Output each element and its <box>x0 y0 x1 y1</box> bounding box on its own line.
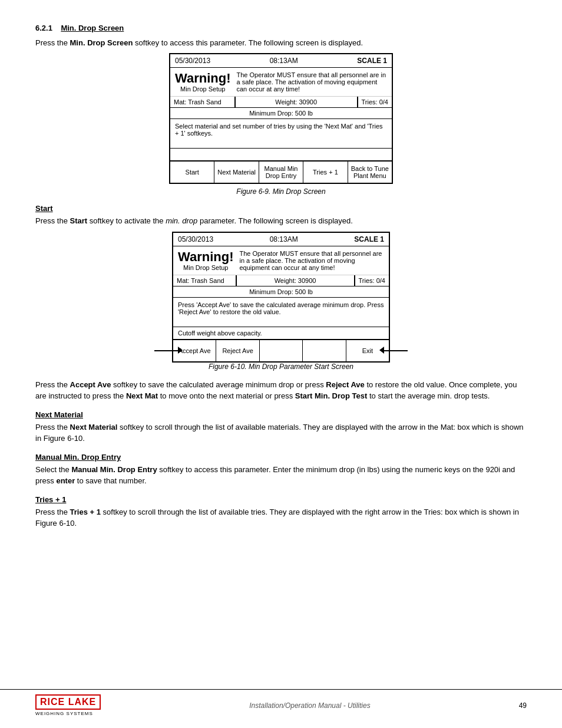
screen1-weight: Weight: 30900 <box>235 97 358 107</box>
screen2-min-drop: Minimum Drop: 500 lb <box>173 286 389 298</box>
screen2-time: 08:13AM <box>270 235 298 243</box>
logo-sub: WEIGHING SYSTEMS <box>35 711 93 716</box>
arrow-left <box>154 347 183 355</box>
screen2-wrapper: 05/30/2013 08:13AM SCALE 1 Warning! Min … <box>151 232 411 363</box>
screen2-mat: Mat: Trash Sand <box>173 275 236 286</box>
screen2-warning-subtitle: Min Drop Setup <box>178 264 234 271</box>
screen1-softkey-next-material[interactable]: Next Material <box>214 162 259 183</box>
screen2-warning-row: Warning! Min Drop Setup The Operator MUS… <box>173 246 389 275</box>
screen1-time: 08:13AM <box>270 57 298 65</box>
screen1-softkey-start[interactable]: Start <box>170 162 214 183</box>
arrow-right <box>379 347 408 355</box>
screen1-warning-subtitle: Min Drop Setup <box>175 85 231 93</box>
screen2-softkey-reject[interactable]: Reject Ave <box>216 340 259 361</box>
screen1-softkey-back[interactable]: Back to TunePlant Menu <box>348 162 392 183</box>
screen1-body-text: Select material and set number of tries … <box>170 119 392 149</box>
screen2-weight: Weight: 30900 <box>236 275 355 286</box>
footer-doc-title: Installation/Operation Manual - Utilitie… <box>249 701 370 710</box>
figure2-caption: Figure 6-10. Min Drop Parameter Start Sc… <box>35 363 527 371</box>
screen2-extra-text: Cutoff weight above capacity. <box>173 327 389 340</box>
screen2-warning-text: The Operator MUST ensure that all person… <box>240 250 385 271</box>
arrow-left-head <box>178 347 183 355</box>
next-material-heading: Next Material <box>35 410 527 419</box>
manual-entry-heading: Manual Min. Drop Entry <box>35 453 527 462</box>
screen1-mat-row: Mat: Trash Sand Weight: 30900 Tries: 0/4 <box>170 97 392 108</box>
screen1-date: 05/30/2013 <box>175 57 210 65</box>
screen1-softkey-tries[interactable]: Tries + 1 <box>303 162 348 183</box>
screen2-warning-left: Warning! Min Drop Setup <box>178 250 234 271</box>
intro-paragraph: Press the Min. Drop Screen softkey to ac… <box>35 38 527 47</box>
screen2-softkey-empty2 <box>303 340 346 361</box>
screen2-mat-row: Mat: Trash Sand Weight: 30900 Tries: 0/4 <box>173 275 389 286</box>
screen2-mockup: 05/30/2013 08:13AM SCALE 1 Warning! Min … <box>172 232 390 363</box>
section-number: 6.2.1 <box>35 24 52 32</box>
screen1-softkey-manual-min[interactable]: Manual MinDrop Entry <box>259 162 303 183</box>
screen2-softkey-empty1 <box>260 340 303 361</box>
screen1-softkeys: Start Next Material Manual MinDrop Entry… <box>170 161 392 183</box>
screen1-warning-row: Warning! Min Drop Setup The Operator MUS… <box>170 68 392 97</box>
screen1-mat: Mat: Trash Sand <box>170 97 235 107</box>
screen1-scale: SCALE 1 <box>357 57 387 65</box>
screen2-header: 05/30/2013 08:13AM SCALE 1 <box>173 233 389 246</box>
screen2-scale: SCALE 1 <box>354 235 384 243</box>
screen1-tries: Tries: 0/4 <box>358 97 392 107</box>
logo-text: RICE LAKE <box>35 694 101 710</box>
screen1-min-drop: Minimum Drop: 500 lb <box>170 108 392 119</box>
screen1-warning-title: Warning! <box>175 71 231 85</box>
screen2-softkeys: Accept Ave Reject Ave Exit <box>173 340 389 361</box>
screen2-body-text: Press 'Accept Ave' to save the calculate… <box>173 298 389 327</box>
screen1-warning-text: The Operator MUST ensure that all person… <box>237 71 388 93</box>
footer-page-num: 49 <box>519 701 527 710</box>
next-material-paragraph: Press the Next Material softkey to scrol… <box>35 421 527 444</box>
screen1-extra-row <box>170 149 392 161</box>
screen2-warning-title: Warning! <box>178 250 234 264</box>
start-paragraph: Press the Start softkey to activate the … <box>35 215 527 227</box>
screen2-date: 05/30/2013 <box>178 235 213 243</box>
tries-heading: Tries + 1 <box>35 495 527 504</box>
section-title: Min. Drop Screen <box>61 24 124 32</box>
arrow-right-line <box>384 350 408 351</box>
screen1-header: 05/30/2013 08:13AM SCALE 1 <box>170 54 392 68</box>
figure1-caption: Figure 6-9. Min Drop Screen <box>35 187 527 196</box>
screen1-warning-left: Warning! Min Drop Setup <box>175 71 231 93</box>
page-footer: RICE LAKE WEIGHING SYSTEMS Installation/… <box>0 689 562 716</box>
tries-paragraph: Press the Tries + 1 softkey to scroll th… <box>35 506 527 529</box>
arrow-right-head <box>379 347 384 355</box>
manual-entry-paragraph: Select the Manual Min. Drop Entry softke… <box>35 464 527 487</box>
screen2-tries: Tries: 0/4 <box>355 275 389 286</box>
accept-paragraph: Press the Accept Ave softkey to save the… <box>35 379 527 402</box>
start-heading: Start <box>35 204 527 213</box>
footer-logo: RICE LAKE WEIGHING SYSTEMS <box>35 694 101 716</box>
screen1-mockup: 05/30/2013 08:13AM SCALE 1 Warning! Min … <box>169 53 393 184</box>
arrow-left-line <box>154 350 178 351</box>
